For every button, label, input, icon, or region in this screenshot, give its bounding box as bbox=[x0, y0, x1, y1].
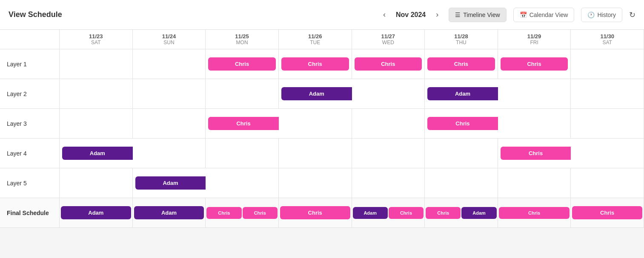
col-header-3: 11/26 TUE bbox=[279, 30, 352, 49]
event-adam-l5[interactable]: Adam bbox=[135, 176, 206, 190]
event-chris-fs-5a[interactable]: Chris bbox=[426, 207, 461, 219]
timeline-view-label: Timeline View bbox=[463, 11, 500, 18]
schedule-grid: 11/23 SAT 11/24 SUN 11/25 MON 11/26 TUE … bbox=[0, 30, 644, 228]
cell-fs-1: Adam bbox=[133, 198, 206, 228]
cell-l3-0 bbox=[60, 109, 133, 139]
timeline-icon: ☰ bbox=[455, 11, 461, 18]
cell-fs-3: Chris bbox=[279, 198, 352, 228]
event-chris-l1-mon[interactable]: Chris bbox=[208, 57, 276, 71]
event-chris-l3-mon[interactable]: Chris bbox=[208, 117, 279, 130]
cell-l3-5: Chris bbox=[425, 109, 498, 139]
event-chris-l1-fri[interactable]: Chris bbox=[501, 57, 568, 71]
event-chris-fs-4b[interactable]: Chris bbox=[389, 207, 424, 219]
cell-l5-1: Adam bbox=[133, 168, 206, 198]
event-chris-fs-2b[interactable]: Chris bbox=[243, 207, 278, 219]
calendar-view-button[interactable]: 📅 Calendar View bbox=[513, 8, 575, 22]
cell-fs-5: Chris Adam bbox=[425, 198, 498, 228]
day-1: SUN bbox=[135, 40, 204, 45]
event-chris-l1-wed[interactable]: Chris bbox=[355, 57, 422, 71]
cell-l5-5 bbox=[425, 168, 498, 198]
cell-fs-0: Adam bbox=[60, 198, 133, 228]
day-7: SAT bbox=[572, 40, 642, 45]
cell-l1-2: Chris bbox=[206, 49, 279, 79]
cell-l3-6-cont bbox=[498, 109, 571, 139]
row-label-layer5: Layer 5 bbox=[0, 168, 60, 198]
cell-l2-5: Adam bbox=[425, 79, 498, 109]
cell-l2-2 bbox=[206, 79, 279, 109]
prev-month-button[interactable]: ‹ bbox=[380, 9, 389, 21]
date-3: 11/26 bbox=[280, 33, 350, 40]
cell-l2-4-cont bbox=[352, 79, 425, 109]
cell-l2-1 bbox=[133, 79, 206, 109]
day-6: FRI bbox=[500, 40, 569, 45]
cell-l1-5: Chris bbox=[425, 49, 498, 79]
event-chris-fs-6a[interactable]: Chris bbox=[499, 207, 570, 219]
event-chris-l1-thu[interactable]: Chris bbox=[427, 57, 495, 71]
event-chris-l3-thu[interactable]: Chris bbox=[427, 117, 498, 130]
event-chris-fs-3[interactable]: Chris bbox=[280, 206, 350, 219]
cell-l4-7-cont bbox=[571, 139, 644, 168]
row-label-layer3: Layer 3 bbox=[0, 109, 60, 139]
cell-l1-0 bbox=[60, 49, 133, 79]
row-label-final: Final Schedule bbox=[0, 198, 60, 228]
event-chris-fs-2a[interactable]: Chris bbox=[206, 207, 241, 219]
cell-l2-3: Adam bbox=[279, 79, 352, 109]
day-4: WED bbox=[354, 40, 423, 45]
cell-l4-1-cont bbox=[133, 139, 206, 168]
cell-l5-3 bbox=[279, 168, 352, 198]
cell-l4-4 bbox=[352, 139, 425, 168]
timeline-view-button[interactable]: ☰ Timeline View bbox=[449, 8, 506, 22]
cell-fs-4: Adam Chris bbox=[352, 198, 425, 228]
day-2: MON bbox=[207, 40, 277, 45]
date-6: 11/29 bbox=[500, 33, 569, 40]
event-adam-l2-thu[interactable]: Adam bbox=[427, 87, 498, 100]
col-header-2: 11/25 MON bbox=[206, 30, 279, 49]
event-adam-fs-1[interactable]: Adam bbox=[134, 206, 204, 219]
cell-l3-4 bbox=[352, 109, 425, 139]
cell-fs-6: Chris bbox=[498, 198, 571, 228]
cell-l4-3 bbox=[279, 139, 352, 168]
refresh-icon: ↻ bbox=[629, 11, 635, 19]
event-adam-l2-tue[interactable]: Adam bbox=[281, 87, 352, 100]
cell-l1-7 bbox=[571, 49, 644, 79]
app-wrapper: View Schedule ‹ Nov 2024 › ☰ Timeline Vi… bbox=[0, 0, 644, 228]
col-header-1: 11/24 SUN bbox=[133, 30, 206, 49]
cell-l5-0 bbox=[60, 168, 133, 198]
cell-l2-6-cont bbox=[498, 79, 571, 109]
month-label: Nov 2024 bbox=[396, 11, 426, 19]
event-chris-fs-7[interactable]: Chris bbox=[572, 206, 642, 219]
col-header-5: 11/28 THU bbox=[425, 30, 498, 49]
history-button[interactable]: 🕐 History bbox=[581, 8, 622, 22]
day-3: TUE bbox=[280, 40, 350, 45]
event-adam-fs-0[interactable]: Adam bbox=[61, 206, 131, 219]
event-chris-l4[interactable]: Chris bbox=[501, 147, 571, 160]
cell-fs-7: Chris bbox=[571, 198, 644, 228]
event-chris-l1-tue[interactable]: Chris bbox=[281, 57, 349, 71]
cell-l3-3-cont bbox=[279, 109, 352, 139]
event-adam-fs-5b[interactable]: Adam bbox=[461, 207, 496, 219]
cell-l1-6: Chris bbox=[498, 49, 571, 79]
next-month-button[interactable]: › bbox=[432, 9, 442, 21]
cell-l4-6: Chris bbox=[498, 139, 571, 168]
date-2: 11/25 bbox=[207, 33, 277, 40]
day-5: THU bbox=[426, 40, 496, 45]
cell-l3-2: Chris bbox=[206, 109, 279, 139]
calendar-icon: 📅 bbox=[520, 11, 527, 18]
event-adam-l4[interactable]: Adam bbox=[62, 147, 133, 160]
event-adam-fs-4a[interactable]: Adam bbox=[353, 207, 388, 219]
date-4: 11/27 bbox=[354, 33, 423, 40]
row-label-layer4: Layer 4 bbox=[0, 139, 60, 168]
row-label-col-header bbox=[0, 30, 60, 49]
date-0: 11/23 bbox=[61, 33, 131, 40]
refresh-button[interactable]: ↻ bbox=[629, 10, 635, 20]
app-header: View Schedule ‹ Nov 2024 › ☰ Timeline Vi… bbox=[0, 0, 644, 30]
cell-l4-0: Adam bbox=[60, 139, 133, 168]
col-header-4: 11/27 WED bbox=[352, 30, 425, 49]
row-label-layer2: Layer 2 bbox=[0, 79, 60, 109]
col-header-0: 11/23 SAT bbox=[60, 30, 133, 49]
cell-l1-3: Chris bbox=[279, 49, 352, 79]
date-5: 11/28 bbox=[426, 33, 496, 40]
history-icon: 🕐 bbox=[587, 11, 595, 18]
page-title: View Schedule bbox=[9, 10, 62, 19]
cell-l4-2 bbox=[206, 139, 279, 168]
